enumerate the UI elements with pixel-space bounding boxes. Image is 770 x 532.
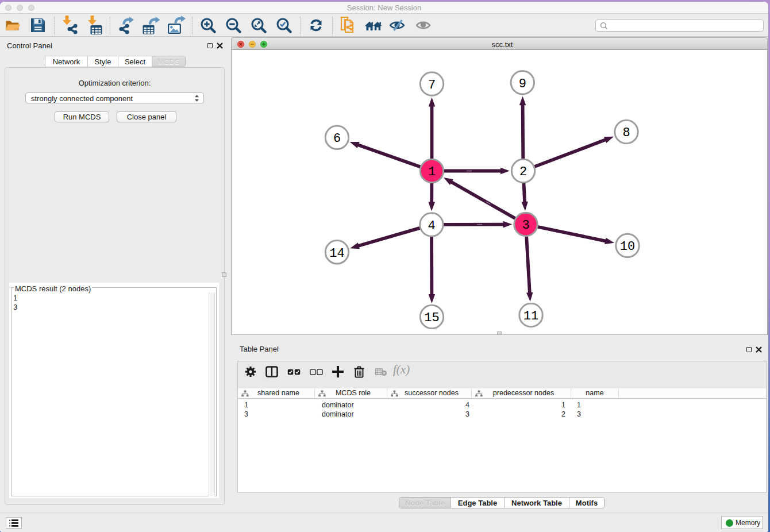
- svg-text:3: 3: [522, 218, 529, 233]
- svg-text:15: 15: [424, 311, 439, 325]
- svg-text:6: 6: [333, 132, 341, 146]
- svg-text:8: 8: [622, 126, 630, 140]
- svg-text:7: 7: [428, 78, 436, 92]
- svg-text:4: 4: [428, 219, 435, 233]
- svg-text:1: 1: [428, 165, 436, 179]
- svg-text:2: 2: [519, 165, 527, 179]
- svg-text:10: 10: [620, 240, 635, 254]
- svg-text:14: 14: [329, 246, 344, 261]
- svg-text:9: 9: [519, 77, 526, 91]
- svg-text:f(x): f(x): [393, 365, 410, 376]
- svg-text:11: 11: [523, 309, 538, 323]
